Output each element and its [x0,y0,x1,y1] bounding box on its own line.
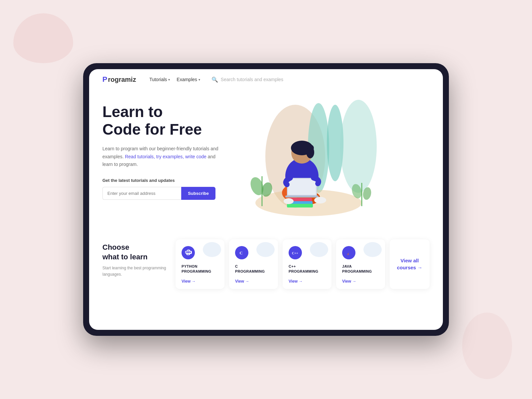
navbar: P rogramiz Tutorials ▾ Examples ▾ 🔍 Sear… [89,69,443,90]
c-course-name: CPROGRAMMING [235,264,272,274]
python-course-card[interactable]: PYTHONPROGRAMMING View → [176,239,224,289]
outer-blob-top-left [13,13,73,63]
svg-text:C++: C++ [292,251,298,255]
hero-link[interactable]: Read tutorials, try examples, write code [125,154,206,159]
tutorials-nav-link[interactable]: Tutorials ▾ [149,77,170,82]
svg-point-3 [340,100,377,193]
search-placeholder-text: Search tutorials and examples [221,77,283,82]
courses-cards: PYTHONPROGRAMMING View → C CPROGRAMMING … [176,239,430,289]
cpp-icon: C++ [289,246,302,259]
cpp-course-card[interactable]: C++ C++PROGRAMMING View → [283,239,332,289]
hero-left: Learn to Code for Free Learn to program … [102,96,242,200]
search-bar[interactable]: 🔍 Search tutorials and examples [211,76,283,83]
java-icon [342,246,355,259]
search-icon: 🔍 [211,76,218,83]
card-blob [203,242,221,257]
c-course-card[interactable]: C CPROGRAMMING View → [229,239,278,289]
hero-illustration [235,96,430,223]
tablet-screen: P rogramiz Tutorials ▾ Examples ▾ 🔍 Sear… [89,69,443,330]
python-view-link[interactable]: View → [182,279,218,284]
nav-links: Tutorials ▾ Examples ▾ [149,77,200,82]
svg-rect-14 [285,196,319,198]
svg-point-9 [307,145,314,151]
examples-chevron-icon: ▾ [199,78,200,81]
svg-point-19 [284,198,294,204]
logo-text: rogramiz [108,76,136,83]
card-blob [310,242,328,257]
python-course-name: PYTHONPROGRAMMING [182,264,218,274]
python-icon [182,246,195,259]
courses-description: Start learning the best programming lang… [102,265,169,278]
subscribe-label: Get the latest tutorials and updates [102,178,242,183]
hero-section: Learn to Code for Free Learn to program … [89,90,443,233]
logo-p: P [102,75,107,84]
courses-section: Choose what to learn Start learning the … [89,233,443,299]
outer-blob-bottom-right [462,313,512,379]
view-all-card[interactable]: View allcourses → [390,239,430,289]
subscribe-form: Subscribe [102,187,215,200]
svg-rect-17 [287,204,313,207]
examples-nav-link[interactable]: Examples ▾ [177,77,200,82]
tutorials-chevron-icon: ▾ [168,78,170,81]
c-icon: C [235,246,248,259]
svg-rect-13 [288,179,316,195]
card-blob [256,242,275,257]
svg-point-18 [314,197,326,203]
tablet-frame: P rogramiz Tutorials ▾ Examples ▾ 🔍 Sear… [83,63,449,336]
hero-description: Learn to program with our beginner-frien… [102,145,222,169]
subscribe-button[interactable]: Subscribe [181,187,215,200]
svg-text:C: C [240,251,243,255]
cpp-course-name: C++PROGRAMMING [289,264,326,274]
java-course-card[interactable]: JAVAPROGRAMMING View → [336,239,385,289]
courses-title: Choose what to learn [102,243,169,262]
hero-svg [235,96,388,226]
java-view-link[interactable]: View → [342,279,379,284]
courses-intro: Choose what to learn Start learning the … [102,239,169,278]
java-course-name: JAVAPROGRAMMING [342,264,379,274]
c-view-link[interactable]: View → [235,279,272,284]
email-input[interactable] [102,187,181,200]
view-all-text[interactable]: View allcourses → [397,257,423,271]
svg-point-27 [189,253,189,254]
logo[interactable]: P rogramiz [102,75,136,84]
svg-point-26 [187,250,188,251]
card-blob [363,242,382,257]
hero-title: Learn to Code for Free [102,103,242,138]
cpp-view-link[interactable]: View → [289,279,326,284]
